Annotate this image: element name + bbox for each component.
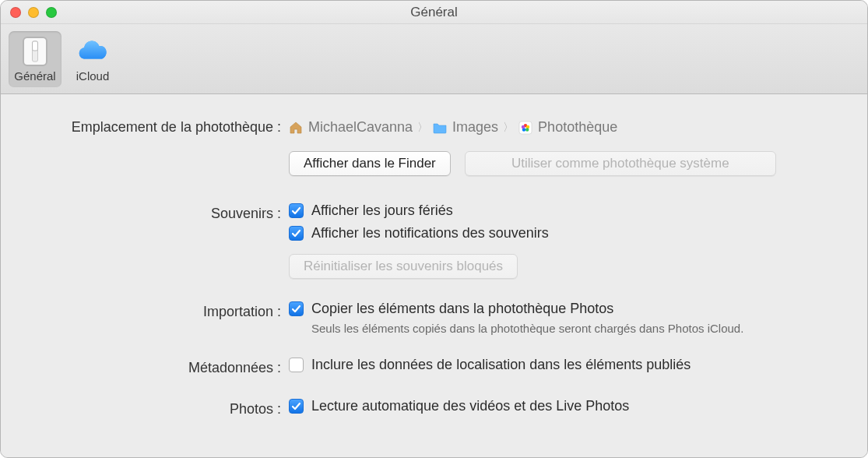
label-photos: Photos :	[24, 398, 289, 417]
svg-rect-3	[519, 122, 532, 134]
folder-icon	[433, 121, 447, 135]
chevron-right-icon: 〉	[503, 121, 514, 135]
svg-point-8	[522, 125, 525, 128]
cloud-icon	[76, 35, 110, 68]
checkbox-copy-label: Copier les éléments dans la photothèque …	[311, 301, 613, 317]
checkbox-include-location[interactable]	[289, 358, 304, 372]
tab-general-label: Général	[14, 69, 55, 83]
window-title: Général	[410, 5, 457, 20]
checkbox-include-location-label: Inclure les données de localisation dans…	[311, 357, 691, 373]
content-area: Emplacement de la photothèque : MichaelC…	[1, 94, 867, 457]
row-library-location: Emplacement de la photothèque : MichaelC…	[24, 116, 844, 195]
checkbox-autoplay[interactable]	[289, 399, 304, 414]
reset-blocked-memories-button: Réinitialiser les souvenirs bloqués	[289, 254, 518, 279]
row-metadonnees: Métadonnées : Inclure les données de loc…	[24, 357, 844, 376]
label-souvenirs: Souvenirs :	[24, 203, 289, 222]
close-icon[interactable]	[10, 7, 21, 18]
svg-point-6	[525, 128, 529, 131]
row-photos: Photos : Lecture automatique des vidéos …	[24, 398, 844, 417]
checkbox-row-copy[interactable]: Copier les éléments dans la photothèque …	[289, 301, 844, 317]
crumb-home-label: MichaelCavanna	[308, 119, 413, 136]
row-importation: Importation : Copier les éléments dans l…	[24, 301, 844, 335]
checkbox-holidays-label: Afficher les jours fériés	[311, 203, 453, 219]
tab-icloud[interactable]: iCloud	[66, 31, 119, 87]
crumb-library[interactable]: Photothèque	[518, 119, 617, 136]
label-library-location: Emplacement de la photothèque :	[24, 116, 289, 136]
library-buttons: Afficher dans le Finder Utiliser comme p…	[289, 151, 844, 176]
importation-hint: Seuls les éléments copiés dans la photot…	[311, 322, 844, 335]
checkbox-row-include-location[interactable]: Inclure les données de localisation dans…	[289, 357, 844, 373]
tab-general[interactable]: Général	[9, 31, 61, 87]
checkbox-copy[interactable]	[289, 301, 304, 316]
tab-icloud-label: iCloud	[76, 69, 110, 83]
titlebar: Général	[1, 1, 867, 24]
checkbox-row-notifications[interactable]: Afficher les notifications des souvenirs	[289, 225, 844, 241]
toolbar: Général iCloud	[1, 24, 867, 94]
minimize-icon[interactable]	[28, 7, 39, 18]
svg-rect-2	[33, 41, 38, 51]
use-as-system-library-button: Utiliser comme photothèque système	[465, 151, 776, 176]
home-icon	[289, 121, 303, 135]
checkbox-notifications-label: Afficher les notifications des souvenirs	[311, 225, 549, 241]
checkbox-autoplay-label: Lecture automatique des vidéos et des Li…	[311, 398, 629, 414]
preferences-window: Général Général	[0, 0, 868, 458]
crumb-images-label: Images	[452, 119, 498, 136]
switch-icon	[18, 35, 52, 68]
label-importation: Importation :	[24, 301, 289, 320]
photos-app-icon	[518, 121, 532, 135]
label-metadonnees: Métadonnées :	[24, 357, 289, 376]
zoom-icon[interactable]	[46, 7, 57, 18]
chevron-right-icon: 〉	[417, 121, 428, 135]
breadcrumb: MichaelCavanna 〉 Images 〉	[289, 116, 844, 136]
crumb-home[interactable]: MichaelCavanna	[289, 119, 413, 136]
crumb-images[interactable]: Images	[433, 119, 498, 136]
checkbox-row-holidays[interactable]: Afficher les jours fériés	[289, 203, 844, 219]
checkbox-holidays[interactable]	[289, 203, 304, 218]
checkbox-notifications[interactable]	[289, 226, 304, 241]
checkbox-row-autoplay[interactable]: Lecture automatique des vidéos et des Li…	[289, 398, 844, 414]
row-souvenirs: Souvenirs : Afficher les jours fériés Af…	[24, 203, 844, 279]
traffic-lights	[10, 7, 57, 18]
show-in-finder-button[interactable]: Afficher dans le Finder	[289, 151, 451, 176]
crumb-library-label: Photothèque	[538, 119, 617, 136]
